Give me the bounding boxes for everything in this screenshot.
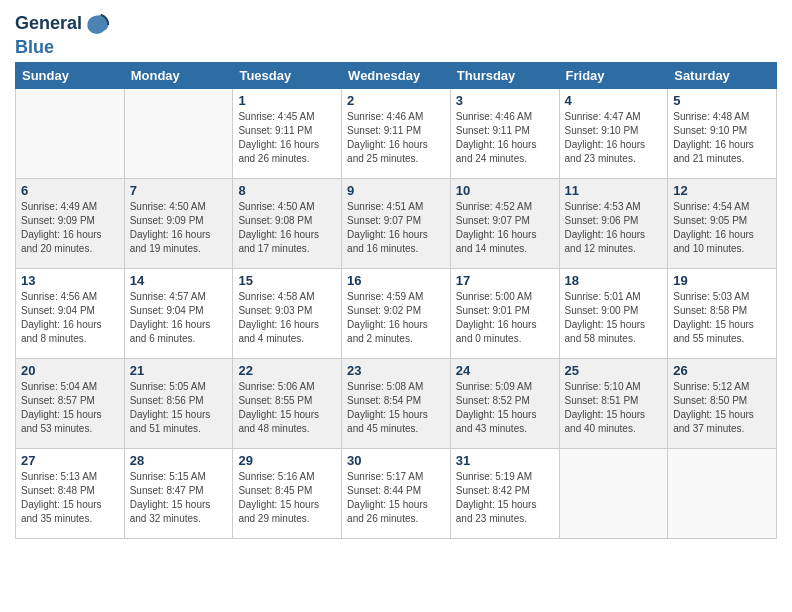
day-info: Sunrise: 4:48 AM Sunset: 9:10 PM Dayligh… — [673, 110, 771, 166]
day-info: Sunrise: 4:46 AM Sunset: 9:11 PM Dayligh… — [347, 110, 445, 166]
calendar-cell: 8Sunrise: 4:50 AM Sunset: 9:08 PM Daylig… — [233, 178, 342, 268]
calendar-cell: 30Sunrise: 5:17 AM Sunset: 8:44 PM Dayli… — [342, 448, 451, 538]
weekday-header-saturday: Saturday — [668, 62, 777, 88]
day-number: 16 — [347, 273, 445, 288]
calendar-cell: 28Sunrise: 5:15 AM Sunset: 8:47 PM Dayli… — [124, 448, 233, 538]
calendar-cell: 2Sunrise: 4:46 AM Sunset: 9:11 PM Daylig… — [342, 88, 451, 178]
day-number: 4 — [565, 93, 663, 108]
calendar-cell: 23Sunrise: 5:08 AM Sunset: 8:54 PM Dayli… — [342, 358, 451, 448]
weekday-header-friday: Friday — [559, 62, 668, 88]
day-number: 14 — [130, 273, 228, 288]
calendar-cell: 15Sunrise: 4:58 AM Sunset: 9:03 PM Dayli… — [233, 268, 342, 358]
day-info: Sunrise: 4:56 AM Sunset: 9:04 PM Dayligh… — [21, 290, 119, 346]
day-info: Sunrise: 5:10 AM Sunset: 8:51 PM Dayligh… — [565, 380, 663, 436]
day-info: Sunrise: 5:19 AM Sunset: 8:42 PM Dayligh… — [456, 470, 554, 526]
day-number: 3 — [456, 93, 554, 108]
logo: General Blue — [15, 10, 112, 58]
day-info: Sunrise: 5:04 AM Sunset: 8:57 PM Dayligh… — [21, 380, 119, 436]
week-row-3: 13Sunrise: 4:56 AM Sunset: 9:04 PM Dayli… — [16, 268, 777, 358]
day-number: 30 — [347, 453, 445, 468]
calendar-cell: 4Sunrise: 4:47 AM Sunset: 9:10 PM Daylig… — [559, 88, 668, 178]
calendar-cell: 1Sunrise: 4:45 AM Sunset: 9:11 PM Daylig… — [233, 88, 342, 178]
day-info: Sunrise: 4:58 AM Sunset: 9:03 PM Dayligh… — [238, 290, 336, 346]
day-number: 13 — [21, 273, 119, 288]
day-number: 6 — [21, 183, 119, 198]
calendar-cell — [559, 448, 668, 538]
calendar-cell: 12Sunrise: 4:54 AM Sunset: 9:05 PM Dayli… — [668, 178, 777, 268]
calendar-table: SundayMondayTuesdayWednesdayThursdayFrid… — [15, 62, 777, 539]
day-number: 1 — [238, 93, 336, 108]
day-info: Sunrise: 4:59 AM Sunset: 9:02 PM Dayligh… — [347, 290, 445, 346]
day-number: 24 — [456, 363, 554, 378]
calendar-cell: 19Sunrise: 5:03 AM Sunset: 8:58 PM Dayli… — [668, 268, 777, 358]
calendar-cell: 17Sunrise: 5:00 AM Sunset: 9:01 PM Dayli… — [450, 268, 559, 358]
day-info: Sunrise: 4:46 AM Sunset: 9:11 PM Dayligh… — [456, 110, 554, 166]
day-info: Sunrise: 4:45 AM Sunset: 9:11 PM Dayligh… — [238, 110, 336, 166]
calendar-cell: 3Sunrise: 4:46 AM Sunset: 9:11 PM Daylig… — [450, 88, 559, 178]
day-number: 11 — [565, 183, 663, 198]
day-info: Sunrise: 5:16 AM Sunset: 8:45 PM Dayligh… — [238, 470, 336, 526]
weekday-header-row: SundayMondayTuesdayWednesdayThursdayFrid… — [16, 62, 777, 88]
calendar-cell: 6Sunrise: 4:49 AM Sunset: 9:09 PM Daylig… — [16, 178, 125, 268]
logo-icon — [84, 10, 112, 38]
header: General Blue — [15, 10, 777, 58]
calendar-cell: 20Sunrise: 5:04 AM Sunset: 8:57 PM Dayli… — [16, 358, 125, 448]
weekday-header-monday: Monday — [124, 62, 233, 88]
calendar-cell: 31Sunrise: 5:19 AM Sunset: 8:42 PM Dayli… — [450, 448, 559, 538]
day-number: 31 — [456, 453, 554, 468]
week-row-5: 27Sunrise: 5:13 AM Sunset: 8:48 PM Dayli… — [16, 448, 777, 538]
day-number: 7 — [130, 183, 228, 198]
day-number: 19 — [673, 273, 771, 288]
day-info: Sunrise: 4:53 AM Sunset: 9:06 PM Dayligh… — [565, 200, 663, 256]
day-number: 21 — [130, 363, 228, 378]
calendar-cell: 27Sunrise: 5:13 AM Sunset: 8:48 PM Dayli… — [16, 448, 125, 538]
day-info: Sunrise: 4:50 AM Sunset: 9:09 PM Dayligh… — [130, 200, 228, 256]
weekday-header-thursday: Thursday — [450, 62, 559, 88]
calendar-cell: 10Sunrise: 4:52 AM Sunset: 9:07 PM Dayli… — [450, 178, 559, 268]
day-info: Sunrise: 5:17 AM Sunset: 8:44 PM Dayligh… — [347, 470, 445, 526]
day-info: Sunrise: 4:49 AM Sunset: 9:09 PM Dayligh… — [21, 200, 119, 256]
calendar-cell: 24Sunrise: 5:09 AM Sunset: 8:52 PM Dayli… — [450, 358, 559, 448]
calendar-cell: 26Sunrise: 5:12 AM Sunset: 8:50 PM Dayli… — [668, 358, 777, 448]
calendar-cell: 9Sunrise: 4:51 AM Sunset: 9:07 PM Daylig… — [342, 178, 451, 268]
calendar-cell: 14Sunrise: 4:57 AM Sunset: 9:04 PM Dayli… — [124, 268, 233, 358]
calendar-cell: 7Sunrise: 4:50 AM Sunset: 9:09 PM Daylig… — [124, 178, 233, 268]
day-info: Sunrise: 5:00 AM Sunset: 9:01 PM Dayligh… — [456, 290, 554, 346]
weekday-header-wednesday: Wednesday — [342, 62, 451, 88]
calendar-cell: 5Sunrise: 4:48 AM Sunset: 9:10 PM Daylig… — [668, 88, 777, 178]
day-number: 9 — [347, 183, 445, 198]
day-number: 28 — [130, 453, 228, 468]
day-info: Sunrise: 4:54 AM Sunset: 9:05 PM Dayligh… — [673, 200, 771, 256]
calendar-cell: 22Sunrise: 5:06 AM Sunset: 8:55 PM Dayli… — [233, 358, 342, 448]
week-row-2: 6Sunrise: 4:49 AM Sunset: 9:09 PM Daylig… — [16, 178, 777, 268]
day-info: Sunrise: 5:12 AM Sunset: 8:50 PM Dayligh… — [673, 380, 771, 436]
calendar-cell: 18Sunrise: 5:01 AM Sunset: 9:00 PM Dayli… — [559, 268, 668, 358]
day-info: Sunrise: 5:09 AM Sunset: 8:52 PM Dayligh… — [456, 380, 554, 436]
day-info: Sunrise: 4:52 AM Sunset: 9:07 PM Dayligh… — [456, 200, 554, 256]
calendar-cell — [16, 88, 125, 178]
day-number: 12 — [673, 183, 771, 198]
day-number: 23 — [347, 363, 445, 378]
week-row-1: 1Sunrise: 4:45 AM Sunset: 9:11 PM Daylig… — [16, 88, 777, 178]
day-number: 29 — [238, 453, 336, 468]
day-number: 26 — [673, 363, 771, 378]
day-info: Sunrise: 4:50 AM Sunset: 9:08 PM Dayligh… — [238, 200, 336, 256]
day-number: 20 — [21, 363, 119, 378]
day-number: 27 — [21, 453, 119, 468]
day-info: Sunrise: 4:47 AM Sunset: 9:10 PM Dayligh… — [565, 110, 663, 166]
day-number: 22 — [238, 363, 336, 378]
day-info: Sunrise: 5:06 AM Sunset: 8:55 PM Dayligh… — [238, 380, 336, 436]
day-number: 17 — [456, 273, 554, 288]
calendar-cell: 29Sunrise: 5:16 AM Sunset: 8:45 PM Dayli… — [233, 448, 342, 538]
calendar-cell — [124, 88, 233, 178]
day-info: Sunrise: 5:15 AM Sunset: 8:47 PM Dayligh… — [130, 470, 228, 526]
day-number: 2 — [347, 93, 445, 108]
day-number: 8 — [238, 183, 336, 198]
week-row-4: 20Sunrise: 5:04 AM Sunset: 8:57 PM Dayli… — [16, 358, 777, 448]
weekday-header-tuesday: Tuesday — [233, 62, 342, 88]
calendar-cell: 13Sunrise: 4:56 AM Sunset: 9:04 PM Dayli… — [16, 268, 125, 358]
calendar-cell: 25Sunrise: 5:10 AM Sunset: 8:51 PM Dayli… — [559, 358, 668, 448]
day-number: 25 — [565, 363, 663, 378]
calendar-cell: 21Sunrise: 5:05 AM Sunset: 8:56 PM Dayli… — [124, 358, 233, 448]
calendar-cell — [668, 448, 777, 538]
